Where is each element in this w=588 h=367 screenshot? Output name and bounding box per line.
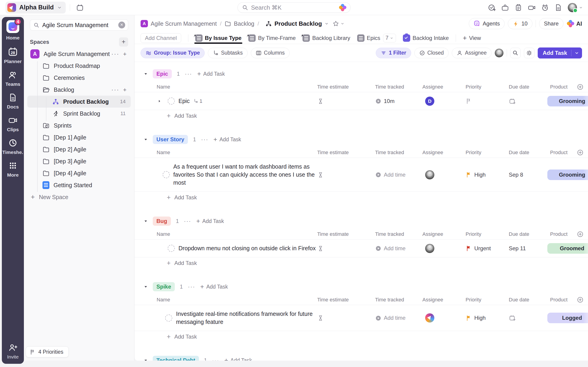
add-task-row[interactable]: +Add Task [135, 110, 588, 122]
status-circle-icon[interactable] [165, 315, 172, 322]
priorities-pill[interactable]: 4 Priorities [26, 346, 69, 357]
add-task-row[interactable]: +Add Task [135, 192, 588, 203]
rail-item-clips[interactable]: Clips [7, 116, 19, 132]
product-pill[interactable]: Grooming [547, 169, 588, 180]
collapse-caret-icon[interactable] [144, 285, 148, 289]
ellipsis-icon[interactable]: ··· [111, 50, 120, 58]
group-pill[interactable]: User Story [153, 135, 188, 144]
star-icon[interactable] [329, 20, 339, 27]
column-time-estimate[interactable]: Time estimate [317, 150, 375, 156]
task-row[interactable]: Epic 1 10m D Grooming [135, 92, 588, 110]
task-create-icon[interactable] [488, 4, 496, 11]
sidebar-item-product-backlog[interactable]: Product Backlog14 [27, 96, 131, 108]
chevron-down-icon[interactable] [322, 21, 329, 26]
ellipsis-icon[interactable]: ··· [185, 70, 192, 77]
ellipsis-icon[interactable]: ··· [184, 218, 191, 225]
ellipsis-icon[interactable]: ··· [201, 136, 208, 143]
column-priority[interactable]: Priority [466, 84, 509, 90]
collapse-caret-icon[interactable] [144, 137, 148, 142]
column-time-estimate[interactable]: Time estimate [317, 84, 375, 90]
document-icon[interactable] [554, 4, 562, 11]
task-row[interactable]: As a frequent user I want to mark dashbo… [135, 158, 588, 192]
tab-epics[interactable]: Epics7 [357, 32, 396, 44]
column-time-tracked[interactable]: Time tracked [375, 84, 422, 90]
add-column-icon[interactable] [577, 150, 584, 156]
chevron-down-icon[interactable] [339, 22, 345, 26]
column-time-estimate[interactable]: Time estimate [317, 231, 375, 237]
sidebar-item-agile-scrum-management[interactable]: AAgile Scrum Management···+ [24, 48, 131, 60]
breadcrumb-space[interactable]: Agile Scrum Management [151, 20, 217, 27]
global-search-input[interactable]: Search ⌘K [237, 2, 351, 13]
group-by-button[interactable]: Group: Issue Type [141, 48, 205, 58]
clear-search-icon[interactable]: × [118, 22, 125, 28]
sidebar-search-input[interactable]: Agile Scrum Management × [30, 19, 128, 31]
task-name[interactable]: Investigate real-time notifications fram… [176, 310, 317, 326]
tab-backlog-library[interactable]: Backlog Library [303, 32, 350, 44]
column-product[interactable]: Product [550, 297, 588, 303]
tab-by-time-frame[interactable]: By Time-Frame [248, 32, 296, 44]
time-estimate-icon[interactable] [317, 98, 324, 104]
sidebar-item-dep-4-agile[interactable]: [Dep 4] Agile [24, 167, 131, 179]
column-time-estimate[interactable]: Time estimate [317, 297, 375, 303]
video-icon[interactable] [528, 4, 536, 11]
rail-item-more[interactable]: More [7, 161, 19, 178]
add-view-button[interactable]: +View [463, 32, 481, 44]
filter-button[interactable]: 1 Filter [376, 48, 411, 58]
sidebar-item-dep-3-agile[interactable]: [Dep 3] Agile [24, 155, 131, 167]
rail-item-docs[interactable]: Docs [7, 93, 19, 110]
time-tracked-value[interactable]: Add time [384, 315, 406, 321]
due-date-icon[interactable] [509, 315, 516, 322]
column-due-date[interactable]: Due date [509, 297, 550, 303]
sidebar-item-getting-started[interactable]: Getting Started [24, 179, 131, 191]
share-button[interactable]: Share [539, 18, 563, 29]
ellipsis-icon[interactable]: ··· [212, 357, 219, 361]
product-pill[interactable]: Groomed [547, 243, 588, 254]
column-product[interactable]: Product [550, 150, 588, 156]
ai-flower-icon[interactable] [339, 4, 346, 11]
group-pill[interactable]: Spike [153, 282, 175, 291]
closed-button[interactable]: Closed [414, 48, 449, 58]
ellipsis-icon[interactable]: ··· [111, 86, 120, 93]
sidebar-item-dep-1-agile[interactable]: [Dep 1] Agile [24, 131, 131, 143]
task-name[interactable]: Epic [179, 97, 190, 105]
assignee-avatar[interactable]: D [425, 97, 434, 106]
time-tracked-value[interactable]: Add time [384, 172, 406, 178]
group-pill[interactable]: Technical Debt [153, 356, 199, 361]
status-circle-icon[interactable] [163, 171, 170, 178]
product-cell[interactable]: Grooming [550, 92, 588, 110]
play-icon[interactable] [375, 315, 381, 321]
column-name[interactable]: Name [135, 297, 317, 303]
rail-item-planner[interactable]: 28Planner [4, 47, 22, 64]
ai-button[interactable]: AI [567, 20, 582, 27]
time-estimate-icon[interactable] [317, 171, 324, 178]
breadcrumb-folder[interactable]: Backlog [234, 20, 254, 27]
task-name[interactable]: Dropdown menu not closing on outside cli… [179, 244, 316, 252]
play-icon[interactable] [375, 171, 381, 178]
column-time-tracked[interactable]: Time tracked [375, 150, 422, 156]
priority-flag-icon[interactable] [466, 98, 472, 105]
sidebar-item-product-roadmap[interactable]: Product Roadmap [24, 60, 131, 72]
breadcrumb-current[interactable]: Product Backlog [275, 20, 322, 27]
plus-icon[interactable]: + [123, 86, 127, 93]
sidebar-item-backlog[interactable]: Backlog···+ [24, 84, 131, 96]
plus-icon[interactable]: + [123, 50, 127, 58]
group-pill[interactable]: Epic [153, 69, 172, 78]
chevron-down-icon[interactable] [571, 50, 582, 56]
column-due-date[interactable]: Due date [509, 150, 550, 156]
columns-button[interactable]: Columns [251, 48, 290, 58]
assignee-filter-button[interactable]: Assignee [452, 48, 492, 58]
tab-by-issue-type[interactable]: By Issue Type [195, 32, 242, 44]
sidebar-item-dep-2-agile[interactable]: [Dep 2] Agile [24, 143, 131, 155]
group-add-task[interactable]: +Add Task [197, 70, 225, 77]
add-column-icon[interactable] [577, 84, 584, 90]
column-product[interactable]: Product [550, 84, 588, 90]
group-add-task[interactable]: +Add Task [213, 136, 241, 143]
column-name[interactable]: Name [135, 84, 317, 90]
column-name[interactable]: Name [135, 150, 317, 156]
play-icon[interactable] [375, 245, 381, 252]
agents-button[interactable]: Agents [469, 18, 505, 29]
column-time-tracked[interactable]: Time tracked [375, 297, 422, 303]
priority-label[interactable]: High [474, 315, 485, 321]
add-column-icon[interactable] [577, 297, 584, 303]
calendar-icon[interactable] [76, 4, 84, 11]
